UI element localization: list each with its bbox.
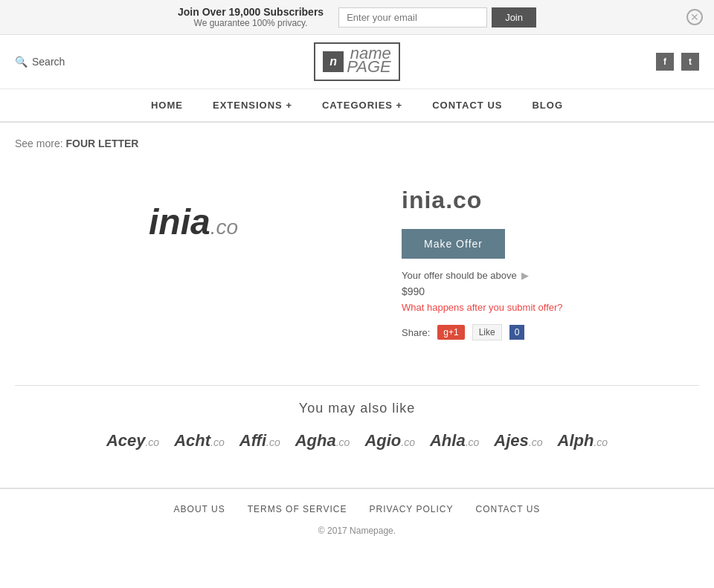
offer-question[interactable]: What happens after you submit offer? <box>402 302 699 313</box>
footer-links: ABOUT USTERMS OF SERVICEPRIVACY POLICYCO… <box>15 504 699 514</box>
footer-link-contact[interactable]: CONTACT US <box>475 504 540 514</box>
also-like-item[interactable]: Alph.co <box>558 431 608 450</box>
banner-subline: We guarantee 100% privacy. <box>178 18 324 28</box>
make-offer-button[interactable]: Make Offer <box>402 229 505 259</box>
banner-text: Join Over 19,000 Subscribers We guarante… <box>178 6 324 28</box>
domain-logo-big: inia.co <box>149 201 238 242</box>
google-plus-button[interactable]: g+1 <box>437 325 464 340</box>
search-label: Search <box>32 56 65 68</box>
facebook-icon[interactable]: f <box>656 53 674 71</box>
footer-copy: © 2017 Namepage. <box>15 526 699 536</box>
twitter-icon[interactable]: t <box>681 53 699 71</box>
see-more-prefix: See more: <box>15 138 63 149</box>
brand-link[interactable]: Namepage. <box>350 526 396 536</box>
also-like-item[interactable]: Ajes.co <box>494 431 542 450</box>
domain-name-big: inia <box>149 202 210 242</box>
arrow-right-icon: ▶ <box>521 270 529 281</box>
close-banner-button[interactable]: ✕ <box>686 9 703 25</box>
nav-blog[interactable]: BLOG <box>532 100 563 111</box>
domain-tld-big: .co <box>210 216 238 239</box>
also-like-item[interactable]: Acey.co <box>106 431 159 450</box>
copyright: © 2017 <box>318 526 347 536</box>
also-like-section: You may also like Acey.coAcht.coAffi.coA… <box>15 401 699 450</box>
social-icons: f t <box>610 53 699 71</box>
footer-link-privacy[interactable]: PRIVACY POLICY <box>370 504 454 514</box>
content-area: inia.co inia.co Make Offer Your offer sh… <box>15 172 699 355</box>
footer: ABOUT USTERMS OF SERVICEPRIVACY POLICYCO… <box>0 488 714 551</box>
footer-link-tos[interactable]: TERMS OF SERVICE <box>248 504 347 514</box>
header: 🔍 Search n name PAGE f t <box>0 35 714 89</box>
see-more-value[interactable]: FOUR LETTER <box>65 138 138 149</box>
join-button[interactable]: Join <box>492 7 536 28</box>
nav-home[interactable]: HOME <box>151 100 183 111</box>
share-label: Share: <box>402 327 430 338</box>
banner-form: Join <box>338 7 536 28</box>
also-like-item[interactable]: Acht.co <box>174 431 225 450</box>
offer-info-text: Your offer should be above <box>402 270 517 281</box>
also-like-item[interactable]: Agio.co <box>364 431 415 450</box>
also-like-grid: Acey.coAcht.coAffi.coAgha.coAgio.coAhla.… <box>15 431 699 450</box>
facebook-count: 0 <box>509 325 525 340</box>
main-content: See more: FOUR LETTER inia.co inia.co Ma… <box>0 123 714 488</box>
search-area[interactable]: 🔍 Search <box>15 56 104 68</box>
facebook-like-button[interactable]: Like <box>472 324 502 340</box>
also-like-item[interactable]: Affi.co <box>239 431 280 450</box>
email-input[interactable] <box>338 7 487 28</box>
logo-area[interactable]: n name PAGE <box>314 42 400 81</box>
also-like-item[interactable]: Agha.co <box>295 431 350 450</box>
nav-extensions[interactable]: EXTENSIONS + <box>213 100 292 111</box>
offer-price: $990 <box>402 285 699 297</box>
also-like-item[interactable]: Ahla.co <box>430 431 479 450</box>
nav-categories[interactable]: CATEGORIES + <box>322 100 402 111</box>
fb-like-label: Like <box>479 327 495 337</box>
banner-headline: Join Over 19,000 Subscribers <box>178 6 324 18</box>
domain-logo-display: inia.co <box>15 172 372 272</box>
footer-link-about[interactable]: ABOUT US <box>174 504 225 514</box>
main-nav: HOME EXTENSIONS + CATEGORIES + CONTACT U… <box>0 89 714 123</box>
logo-text: name PAGE <box>347 48 391 75</box>
offer-info: Your offer should be above ▶ <box>402 270 699 281</box>
see-more: See more: FOUR LETTER <box>15 138 699 149</box>
search-icon: 🔍 <box>15 56 28 68</box>
logo-box: n name PAGE <box>314 42 400 81</box>
top-banner: Join Over 19,000 Subscribers We guarante… <box>0 0 714 35</box>
share-area: Share: g+1 Like 0 <box>402 324 699 340</box>
domain-info: inia.co Make Offer Your offer should be … <box>402 172 699 355</box>
divider <box>15 385 699 386</box>
also-like-heading: You may also like <box>15 401 699 416</box>
logo-mark: n <box>323 51 344 72</box>
nav-contact[interactable]: CONTACT US <box>432 100 502 111</box>
domain-title: inia.co <box>402 187 699 214</box>
